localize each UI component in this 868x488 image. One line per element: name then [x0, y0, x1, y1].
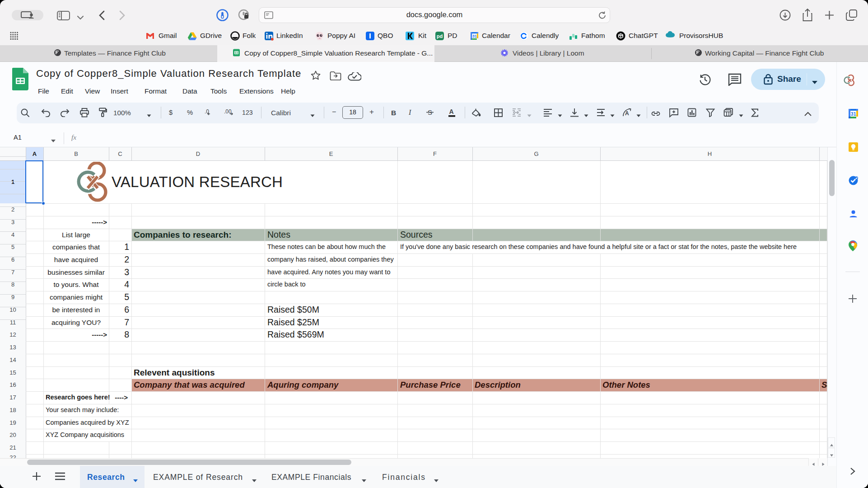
svg-text:pd: pd — [437, 33, 443, 39]
svg-text:31: 31 — [472, 34, 477, 38]
svg-text:A: A — [625, 110, 629, 117]
svg-text:A: A — [449, 108, 454, 115]
svg-text:31: 31 — [851, 111, 856, 117]
